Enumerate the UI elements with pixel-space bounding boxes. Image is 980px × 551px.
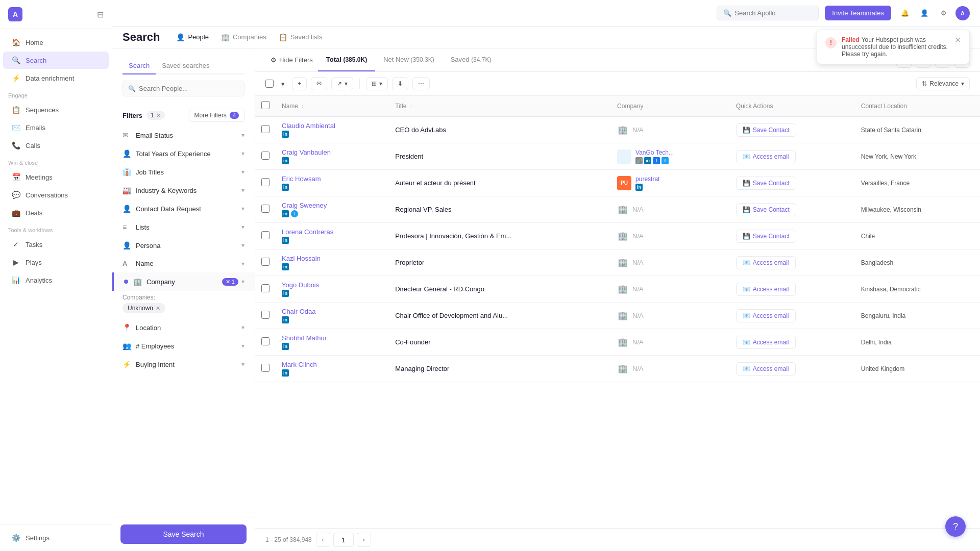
sequence-button[interactable]: ↗ ▾ [331, 77, 353, 90]
help-button[interactable]: ? [945, 516, 966, 537]
filter-item-total-years[interactable]: 👤 Total Years of Experience ▾ [112, 144, 255, 163]
row-checkbox[interactable] [261, 205, 270, 213]
filter-item-employees[interactable]: 👥 # Employees ▾ [112, 337, 255, 355]
linkedin-contact-icon[interactable]: in [282, 210, 289, 217]
contact-name-link[interactable]: Shobhit Mathur [282, 334, 327, 342]
sidebar-item-plays[interactable]: ▶ Plays [3, 254, 109, 271]
tab-people[interactable]: 👤 People [172, 27, 212, 48]
linkedin-contact-icon[interactable]: in [282, 263, 289, 270]
access-email-button[interactable]: 📧 Access email [736, 150, 796, 163]
tab-saved-lists[interactable]: 📋 Saved lists [275, 27, 327, 48]
page-number-input[interactable] [333, 533, 354, 547]
row-checkbox[interactable] [261, 231, 270, 239]
save-contact-button[interactable]: 💾 Save Contact [736, 177, 796, 190]
col-name[interactable]: Name ↕ [276, 96, 389, 116]
settings-top-icon[interactable]: ⚙ [936, 6, 951, 21]
row-checkbox[interactable] [261, 152, 270, 160]
col-title[interactable]: Title ↕ [389, 96, 611, 116]
linkedin-contact-icon[interactable]: in [282, 184, 289, 191]
filter-search-input[interactable] [139, 85, 239, 92]
row-checkbox[interactable] [261, 337, 270, 345]
user-icon[interactable]: 👤 [917, 6, 932, 21]
company-tag-close-icon[interactable]: ✕ [156, 305, 160, 312]
col-company[interactable]: Company ↕ [611, 96, 730, 116]
filter-tab-search[interactable]: Search [122, 59, 156, 74]
linkedin-contact-icon[interactable]: in [282, 157, 289, 164]
sidebar-item-deals[interactable]: 💼 Deals [3, 204, 109, 221]
hide-filters-button[interactable]: ⚙ Hide Filters [265, 54, 318, 66]
row-checkbox[interactable] [261, 178, 270, 186]
sidebar-item-analytics[interactable]: 📊 Analytics [3, 271, 109, 289]
row-checkbox[interactable] [261, 284, 270, 292]
sidebar-toggle-icon[interactable]: ⊟ [97, 10, 104, 19]
contact-name-link[interactable]: Craig Vanbaulen [282, 148, 331, 156]
filter-item-company[interactable]: 🏢 Company ✕ 1 ▾ [112, 272, 255, 291]
next-page-button[interactable]: › [357, 533, 371, 547]
sidebar-item-meetings[interactable]: 📅 Meetings [3, 168, 109, 186]
invite-teammates-button[interactable]: Invite Teammates [825, 6, 891, 20]
company-name[interactable]: VanGo Tech... [635, 149, 674, 156]
contact-name-link[interactable]: Eric Howsam [282, 175, 321, 183]
notifications-bell-icon[interactable]: 🔔 [897, 6, 913, 21]
contact-name-link[interactable]: Craig Sweeney [282, 202, 327, 209]
checkbox-dropdown-icon[interactable]: ▾ [278, 76, 288, 91]
filter-item-contact-data[interactable]: 👤 Contact Data Request ▾ [112, 199, 255, 218]
toast-close-icon[interactable]: ✕ [954, 36, 961, 44]
filter-item-name[interactable]: A Name ▾ [112, 255, 255, 272]
save-contact-button[interactable]: 💾 Save Contact [736, 123, 796, 137]
contact-name-link[interactable]: Claudio Ambiental [282, 122, 335, 130]
save-contact-button[interactable]: 💾 Save Contact [736, 203, 796, 216]
more-actions-button[interactable]: ⋯ [412, 77, 430, 90]
twitter-contact-icon[interactable]: t [291, 210, 298, 217]
select-all-checkbox[interactable] [265, 80, 274, 88]
save-contact-button[interactable]: 💾 Save Contact [736, 230, 796, 243]
tab-companies[interactable]: 🏢 Companies [217, 27, 271, 48]
linkedin-contact-icon[interactable]: in [282, 237, 289, 244]
sidebar-item-conversations[interactable]: 💬 Conversations [3, 186, 109, 204]
twitter-icon[interactable]: t [662, 157, 669, 164]
filter-item-industry[interactable]: 🏭 Industry & Keywords ▾ [112, 181, 255, 199]
sidebar-item-home[interactable]: 🏠 Home [3, 34, 109, 51]
save-search-button[interactable]: Save Search [120, 524, 247, 544]
facebook-icon[interactable]: f [653, 157, 660, 164]
access-email-button[interactable]: 📧 Access email [736, 309, 796, 322]
filter-tab-saved-searches[interactable]: Saved searches [156, 59, 215, 74]
filter-chip-close-icon[interactable]: ✕ [156, 112, 161, 119]
global-search[interactable]: 🔍 [717, 6, 819, 20]
filter-search[interactable]: 🔍 [122, 81, 244, 96]
export-button[interactable]: ⬇ [392, 77, 408, 90]
table-select-all[interactable] [261, 101, 270, 109]
access-email-button[interactable]: 📧 Access email [736, 283, 796, 296]
linkedin-icon[interactable]: in [635, 184, 643, 191]
link-icon[interactable]: 🔗 [635, 157, 643, 164]
company-name[interactable]: purestrat [635, 176, 659, 183]
add-to-list-button[interactable]: + [292, 77, 307, 90]
tab-saved[interactable]: Saved (34.7K) [443, 48, 500, 71]
linkedin-contact-icon[interactable]: in [282, 343, 289, 350]
relevance-button[interactable]: ⇅ Relevance ▾ [916, 77, 970, 90]
row-checkbox[interactable] [261, 364, 270, 372]
email-button[interactable]: ✉ [311, 77, 327, 90]
filter-item-persona[interactable]: 👤 Persona ▾ [112, 236, 255, 255]
filter-item-email-status[interactable]: ✉ Email Status ▾ [112, 126, 255, 144]
prev-page-button[interactable]: ‹ [316, 533, 330, 547]
sidebar-item-settings[interactable]: ⚙️ Settings [3, 529, 109, 546]
contact-name-link[interactable]: Mark Clinch [282, 361, 317, 368]
access-email-button[interactable]: 📧 Access email [736, 336, 796, 349]
access-email-button[interactable]: 📧 Access email [736, 362, 796, 375]
access-email-button[interactable]: 📧 Access email [736, 256, 796, 269]
contact-name-link[interactable]: Kazi Hossain [282, 255, 321, 262]
row-checkbox[interactable] [261, 258, 270, 266]
filter-item-buying-intent[interactable]: ⚡ Buying Intent ▾ [112, 355, 255, 373]
filter-item-job-titles[interactable]: 👔 Job Titles ▾ [112, 163, 255, 181]
linkedin-contact-icon[interactable]: in [282, 369, 289, 377]
sidebar-item-tasks[interactable]: ✓ Tasks [3, 236, 109, 253]
contact-name-link[interactable]: Yogo Dubois [282, 281, 319, 289]
sidebar-item-search[interactable]: 🔍 Search [3, 52, 109, 69]
tab-total[interactable]: Total (385.0K) [318, 48, 375, 71]
filter-item-location[interactable]: 📍 Location ▾ [112, 318, 255, 337]
linkedin-contact-icon[interactable]: in [282, 290, 289, 297]
sidebar-item-data-enrichment[interactable]: ⚡ Data enrichment [3, 69, 109, 87]
sidebar-item-emails[interactable]: ✉️ Emails [3, 119, 109, 136]
row-checkbox[interactable] [261, 311, 270, 319]
